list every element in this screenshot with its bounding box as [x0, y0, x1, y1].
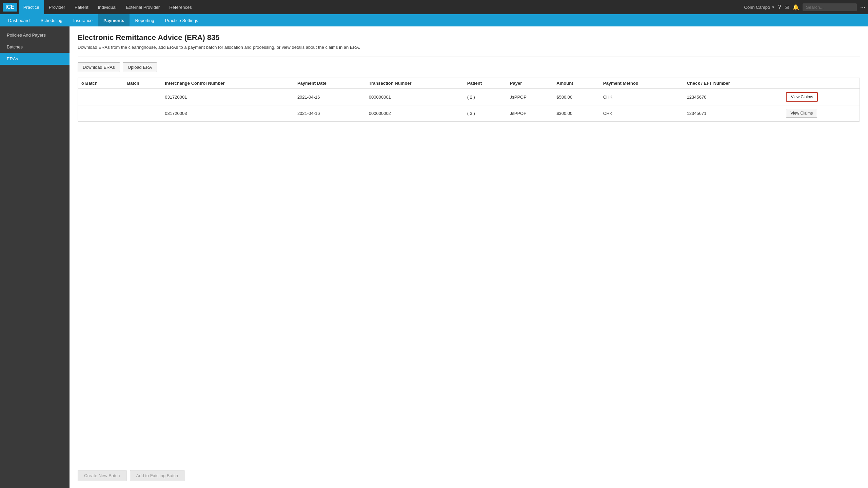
- user-name: Corin Campo: [744, 5, 770, 10]
- sub-nav-dashboard[interactable]: Dashboard: [3, 14, 35, 26]
- view-claims-button-0[interactable]: View Claims: [786, 92, 818, 102]
- col-header-interchange-control-number: Interchange Control Number: [161, 78, 294, 89]
- bell-icon[interactable]: 🔔: [792, 4, 799, 11]
- sidebar-item-eras[interactable]: ERAs: [0, 53, 70, 65]
- cell-interchange-control-number-1: 031720003: [161, 105, 294, 121]
- search-input[interactable]: [803, 3, 857, 11]
- col-header-payer: Payer: [507, 78, 553, 89]
- more-icon[interactable]: ···: [860, 4, 865, 11]
- main-layout: Policies And Payers Batches ERAs Electro…: [0, 26, 868, 488]
- col-header-payment-method: Payment Method: [600, 78, 684, 89]
- cell-patient-0: ( 2 ): [464, 89, 507, 105]
- col-header-actions: [783, 78, 860, 89]
- sub-nav-insurance[interactable]: Insurance: [68, 14, 98, 26]
- cell-patient-1: ( 3 ): [464, 105, 507, 121]
- sub-nav-payments[interactable]: Payments: [98, 14, 130, 26]
- era-table-wrapper: o Batch Batch Interchange Control Number…: [78, 78, 860, 122]
- top-nav-items: Practice Provider Patient Individual Ext…: [19, 0, 744, 14]
- nav-item-provider[interactable]: Provider: [44, 0, 70, 14]
- download-eras-button[interactable]: Download ERAs: [78, 62, 120, 72]
- cell-transaction-number-1: 000000002: [366, 105, 464, 121]
- table-row: 031720003 2021-04-16 000000002 ( 3 ) JsP…: [78, 105, 860, 121]
- cell-payment-method-0: CHK: [600, 89, 684, 105]
- cell-amount-1: $300.00: [553, 105, 600, 121]
- sidebar-item-batches[interactable]: Batches: [0, 41, 70, 53]
- cell-o-batch-0: [78, 89, 124, 105]
- cell-payer-0: JsPPOP: [507, 89, 553, 105]
- sidebar: Policies And Payers Batches ERAs: [0, 26, 70, 488]
- nav-item-patient[interactable]: Patient: [70, 0, 93, 14]
- col-header-amount: Amount: [553, 78, 600, 89]
- bottom-actions: Create New Batch Add to Existing Batch: [78, 463, 860, 481]
- view-claims-button-1[interactable]: View Claims: [786, 109, 817, 118]
- main-content: Electronic Remittance Advice (ERA) 835 D…: [70, 26, 868, 488]
- sub-nav-scheduling[interactable]: Scheduling: [35, 14, 68, 26]
- cell-check-eft-number-0: 12345670: [684, 89, 783, 105]
- mail-icon[interactable]: ✉: [785, 4, 789, 11]
- cell-check-eft-number-1: 12345671: [684, 105, 783, 121]
- page-description: Download ERAs from the clearinghouse, ad…: [78, 45, 860, 50]
- nav-item-individual[interactable]: Individual: [93, 0, 121, 14]
- col-header-o-batch: o Batch: [78, 78, 124, 89]
- era-table: o Batch Batch Interchange Control Number…: [78, 78, 860, 121]
- cell-batch-0: [124, 89, 162, 105]
- add-to-existing-batch-button[interactable]: Add to Existing Batch: [130, 470, 185, 481]
- nav-item-external-provider[interactable]: External Provider: [121, 0, 164, 14]
- sidebar-item-policies-and-payers[interactable]: Policies And Payers: [0, 29, 70, 41]
- page-title: Electronic Remittance Advice (ERA) 835: [78, 33, 860, 42]
- cell-payment-date-0: 2021-04-16: [294, 89, 366, 105]
- col-header-transaction-number: Transaction Number: [366, 78, 464, 89]
- section-divider: [78, 57, 860, 57]
- help-icon[interactable]: ?: [778, 4, 781, 10]
- table-header: o Batch Batch Interchange Control Number…: [78, 78, 860, 89]
- nav-item-references[interactable]: References: [164, 0, 196, 14]
- table-body: 031720001 2021-04-16 000000001 ( 2 ) JsP…: [78, 89, 860, 121]
- create-new-batch-button[interactable]: Create New Batch: [78, 470, 126, 481]
- col-header-batch: Batch: [124, 78, 162, 89]
- nav-item-practice[interactable]: Practice: [19, 0, 44, 14]
- cell-payer-1: JsPPOP: [507, 105, 553, 121]
- table-row: 031720001 2021-04-16 000000001 ( 2 ) JsP…: [78, 89, 860, 105]
- chevron-down-icon: ▼: [771, 5, 775, 9]
- user-menu[interactable]: Corin Campo ▼: [744, 5, 775, 10]
- cell-payment-date-1: 2021-04-16: [294, 105, 366, 121]
- cell-interchange-control-number-0: 031720001: [161, 89, 294, 105]
- cell-view-claims-0: View Claims: [783, 89, 860, 105]
- col-header-patient: Patient: [464, 78, 507, 89]
- top-nav-right: Corin Campo ▼ ? ✉ 🔔 ···: [744, 3, 865, 11]
- cell-transaction-number-0: 000000001: [366, 89, 464, 105]
- action-buttons: Download ERAs Upload ERA: [78, 62, 860, 72]
- sub-nav-reporting[interactable]: Reporting: [130, 14, 159, 26]
- cell-view-claims-1: View Claims: [783, 105, 860, 121]
- cell-amount-0: $580.00: [553, 89, 600, 105]
- cell-payment-method-1: CHK: [600, 105, 684, 121]
- top-navigation: ICE Practice Provider Patient Individual…: [0, 0, 868, 14]
- upload-era-button[interactable]: Upload ERA: [123, 62, 157, 72]
- col-header-check-eft-number: Check / EFT Number: [684, 78, 783, 89]
- cell-batch-1: [124, 105, 162, 121]
- app-logo: ICE: [3, 3, 17, 12]
- cell-o-batch-1: [78, 105, 124, 121]
- sub-nav-practice-settings[interactable]: Practice Settings: [160, 14, 204, 26]
- col-header-payment-date: Payment Date: [294, 78, 366, 89]
- sub-navigation: Dashboard Scheduling Insurance Payments …: [0, 14, 868, 26]
